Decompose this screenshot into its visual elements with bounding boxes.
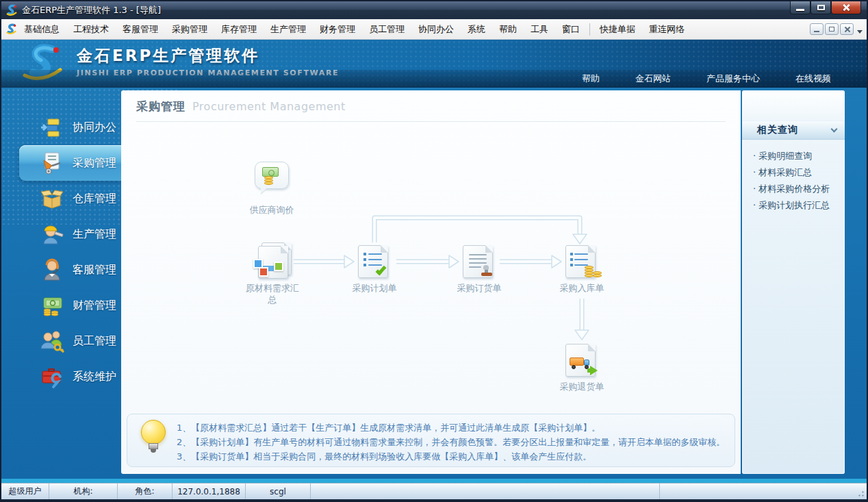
related-query-plan-execution[interactable]: ·采购计划执行汇总	[753, 197, 841, 214]
mdi-minimize-icon	[814, 31, 819, 32]
sidebar-item-finance[interactable]: 财管管理	[1, 288, 121, 323]
bullet-icon: ·	[753, 200, 756, 210]
close-icon	[842, 3, 850, 12]
related-queries-header[interactable]: 相关查询	[742, 121, 845, 140]
menu-item-help[interactable]: 帮助	[492, 21, 524, 38]
flow-node-purchase-plan[interactable]	[358, 245, 394, 281]
flow-label-raw-material-summary: 原材料需求汇总	[244, 282, 301, 305]
title-bar[interactable]: 金石ERP生产管理软件 1.3 - [导航]	[1, 1, 867, 19]
flow-node-purchase-order[interactable]	[463, 245, 498, 281]
status-bar: 超级用户 机构: 角色: 127.0.0.1,1888 scgl	[1, 483, 867, 499]
menu-item-inventory[interactable]: 库存管理	[214, 21, 264, 38]
system-toolbox-icon	[40, 364, 64, 389]
header-link-website[interactable]: 金石网站	[617, 73, 689, 85]
sidebar: 协同办公 采购管理 仓库管理 生产管理 客服管理 财管管理	[1, 88, 121, 483]
tip-line: 3、【采购订货单】相当于采购合同，最终的材料到场验收入库要做【采购入库单】、该单…	[177, 449, 725, 464]
sidebar-item-label: 采购管理	[73, 156, 116, 171]
sidebar-item-collaboration[interactable]: 协同办公	[1, 110, 121, 145]
maximize-button[interactable]	[810, 1, 831, 14]
status-module-code: scgl	[246, 484, 311, 499]
flow-label-purchase-return: 采购退货单	[541, 381, 623, 392]
purchase-plan-icon	[358, 245, 388, 278]
sidebar-item-label: 协同办公	[73, 121, 116, 135]
menu-item-customer-service[interactable]: 客服管理	[116, 21, 165, 38]
supplier-inquiry-icon	[255, 162, 289, 189]
menu-item-system[interactable]: 系统	[461, 21, 492, 38]
procurement-cart-icon	[40, 151, 64, 175]
employee-people-icon	[40, 329, 64, 353]
bullet-icon: ·	[753, 151, 756, 161]
status-empty-segment	[660, 484, 867, 499]
page-title-zh: 采购管理	[136, 99, 186, 113]
menu-item-window[interactable]: 窗口	[555, 21, 587, 38]
related-queries-panel: 相关查询 ·采购明细查询 ·材料采购汇总 ·材料采购价格分析 ·采购计划执行汇总	[742, 90, 845, 474]
mdi-caret-icon[interactable]	[857, 30, 863, 34]
page-title-en: Procurement Management	[192, 100, 346, 113]
tips-box: 1、【原材料需求汇总】通过若干【生产订单】生成原材需求清单，并可通过此清单生成原…	[127, 414, 735, 467]
sidebar-item-warehouse[interactable]: 仓库管理	[1, 181, 121, 216]
sidebar-item-system-maintenance[interactable]: 系统维护	[1, 359, 121, 394]
brand-title: 金石ERP生产管理软件	[77, 45, 339, 66]
window-title: 金石ERP生产管理软件 1.3 - [导航]	[22, 4, 161, 16]
header-link-online-video[interactable]: 在线视频	[778, 73, 849, 85]
menu-item-employee[interactable]: 员工管理	[362, 21, 411, 38]
status-server-address: 127.0.0.1,1888	[173, 484, 246, 499]
related-query-material-summary[interactable]: ·材料采购汇总	[753, 164, 841, 181]
related-query-purchase-detail[interactable]: ·采购明细查询	[753, 148, 841, 164]
mdi-restore-button[interactable]	[825, 23, 839, 35]
menu-item-collaboration[interactable]: 协同办公	[411, 21, 461, 38]
bullet-icon: ·	[753, 167, 756, 177]
mdi-close-icon	[844, 26, 850, 32]
main-panel: 采购管理Procurement Management	[121, 90, 741, 474]
mdi-close-button[interactable]	[840, 23, 854, 35]
related-query-price-analysis[interactable]: ·材料采购价格分析	[753, 181, 841, 197]
content-area: 协同办公 采购管理 仓库管理 生产管理 客服管理 财管管理	[1, 88, 867, 483]
flow-label-purchase-inbound: 采购入库单	[541, 282, 623, 294]
chevron-down-icon	[831, 126, 838, 133]
flow-label-supplier-inquiry: 供应商询价	[231, 204, 313, 216]
flow-node-purchase-inbound[interactable]	[565, 245, 601, 281]
menu-item-finance[interactable]: 财务管理	[313, 21, 362, 38]
sidebar-item-label: 客服管理	[73, 263, 116, 277]
status-empty-segment	[311, 484, 660, 499]
sidebar-item-customer-service[interactable]: 客服管理	[1, 252, 121, 288]
mdi-minimize-button[interactable]	[810, 23, 824, 35]
collaboration-icon	[40, 115, 64, 140]
mdi-restore-icon	[829, 27, 834, 32]
flow-node-purchase-return[interactable]	[565, 344, 601, 379]
sidebar-item-procurement[interactable]: 采购管理	[19, 145, 121, 181]
finance-money-icon	[40, 293, 64, 318]
flow-label-purchase-order: 采购订货单	[438, 282, 520, 294]
menu-logo-icon	[5, 23, 17, 35]
menu-bar: 基础信息 工程技术 客服管理 采购管理 库存管理 生产管理 财务管理 员工管理 …	[1, 19, 867, 40]
menu-item-procurement[interactable]: 采购管理	[165, 21, 214, 38]
menu-item-reconnect[interactable]: 重连网络	[642, 21, 691, 38]
production-worker-icon	[40, 222, 64, 247]
status-user: 超级用户	[1, 484, 49, 499]
menu-separator	[589, 23, 590, 36]
menu-item-basic-info[interactable]: 基础信息	[17, 21, 66, 38]
flow-node-raw-material-summary[interactable]	[256, 242, 292, 279]
flow-node-supplier-inquiry[interactable]	[255, 162, 290, 196]
sidebar-item-label: 系统维护	[73, 370, 116, 384]
menu-item-tools[interactable]: 工具	[524, 21, 555, 38]
bullet-icon: ·	[753, 184, 756, 194]
sidebar-item-label: 仓库管理	[73, 192, 116, 206]
sidebar-item-label: 财管管理	[73, 299, 116, 313]
warehouse-box-icon	[40, 186, 64, 211]
header-link-help[interactable]: 帮助	[564, 73, 617, 85]
close-button[interactable]	[831, 1, 861, 14]
app-window: 金石ERP生产管理软件 1.3 - [导航] 基础信息 工程技术 客服管理 采购…	[0, 0, 868, 502]
menu-item-engineering[interactable]: 工程技术	[66, 21, 116, 38]
menu-item-production[interactable]: 生产管理	[264, 21, 313, 38]
maximize-icon	[817, 5, 825, 10]
customer-service-icon	[40, 258, 64, 282]
tip-line: 1、【原材料需求汇总】通过若干【生产订单】生成原材需求清单，并可通过此清单生成原…	[177, 421, 725, 435]
minimize-button[interactable]	[790, 1, 810, 14]
sidebar-item-production[interactable]: 生产管理	[1, 216, 121, 252]
sidebar-item-employee[interactable]: 员工管理	[1, 323, 121, 359]
menu-item-quick-docs[interactable]: 快捷单据	[593, 21, 642, 38]
header-link-bar: 帮助 金石网站 产品服务中心 在线视频	[1, 70, 867, 88]
header-link-service-center[interactable]: 产品服务中心	[689, 73, 778, 85]
status-org-label: 机构:	[49, 484, 118, 499]
